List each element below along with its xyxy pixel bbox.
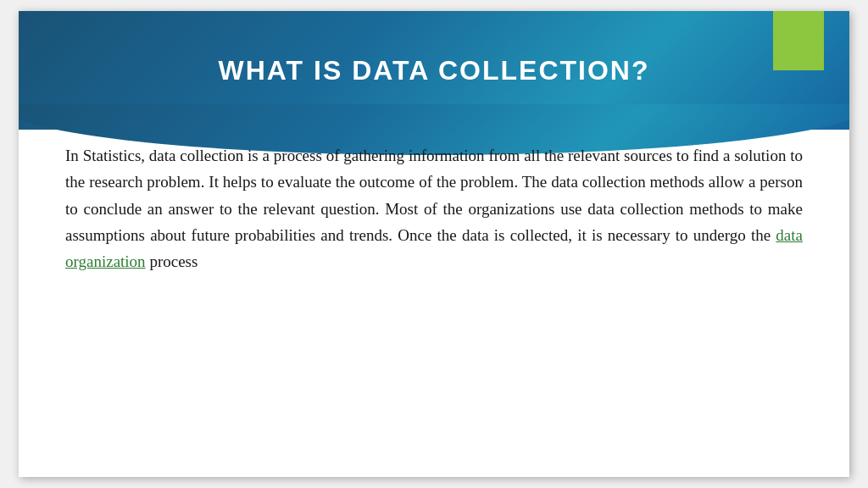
slide-title: WHAT IS DATA COLLECTION? <box>219 55 650 86</box>
body-text-before-link: In Statistics, data collection is a proc… <box>65 147 803 244</box>
slide: WHAT IS DATA COLLECTION? In Statistics, … <box>19 11 849 477</box>
green-accent-bar <box>773 11 824 70</box>
content-area: In Statistics, data collection is a proc… <box>65 142 803 452</box>
body-paragraph: In Statistics, data collection is a proc… <box>65 142 803 275</box>
slide-header: WHAT IS DATA COLLECTION? <box>19 11 849 130</box>
body-text-after-link: process <box>149 252 198 270</box>
